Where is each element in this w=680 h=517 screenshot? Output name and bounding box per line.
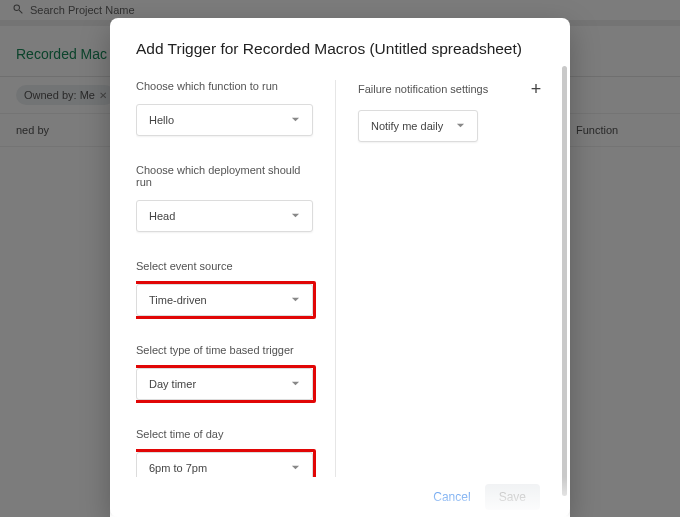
failure-value: Notify me daily: [371, 120, 443, 132]
trigger-type-value: Day timer: [149, 378, 196, 390]
deployment-label: Choose which deployment should run: [136, 164, 313, 188]
function-select[interactable]: Hello: [136, 104, 313, 136]
time-of-day-value: 6pm to 7pm: [149, 462, 207, 474]
event-source-select[interactable]: Time-driven: [136, 284, 313, 316]
add-trigger-modal: Add Trigger for Recorded Macros (Untitle…: [110, 18, 570, 517]
deployment-group: Choose which deployment should run Head: [136, 164, 313, 232]
chevron-down-icon: [456, 120, 465, 132]
trigger-type-group: Select type of time based trigger Day ti…: [136, 344, 313, 400]
scrollbar[interactable]: [562, 66, 567, 496]
plus-icon[interactable]: +: [528, 80, 544, 98]
function-group: Choose which function to run Hello: [136, 80, 313, 136]
function-label: Choose which function to run: [136, 80, 313, 92]
event-source-group: Select event source Time-driven: [136, 260, 313, 316]
chevron-down-icon: [291, 462, 300, 474]
chevron-down-icon: [291, 114, 300, 126]
modal-left-column: Choose which function to run Hello Choos…: [136, 80, 336, 477]
deployment-select[interactable]: Head: [136, 200, 313, 232]
trigger-type-label: Select type of time based trigger: [136, 344, 313, 356]
time-of-day-group: Select time of day 6pm to 7pm (GMT+05:30…: [136, 428, 313, 477]
time-of-day-select[interactable]: 6pm to 7pm: [136, 452, 313, 477]
modal-overlay: Add Trigger for Recorded Macros (Untitle…: [0, 0, 680, 517]
function-value: Hello: [149, 114, 174, 126]
failure-label: Failure notification settings: [358, 83, 488, 95]
time-of-day-label: Select time of day: [136, 428, 313, 440]
deployment-value: Head: [149, 210, 175, 222]
event-source-value: Time-driven: [149, 294, 207, 306]
modal-title: Add Trigger for Recorded Macros (Untitle…: [136, 40, 544, 58]
chevron-down-icon: [291, 294, 300, 306]
failure-notification-select[interactable]: Notify me daily: [358, 110, 478, 142]
trigger-type-select[interactable]: Day timer: [136, 368, 313, 400]
chevron-down-icon: [291, 210, 300, 222]
chevron-down-icon: [291, 378, 300, 390]
event-source-label: Select event source: [136, 260, 313, 272]
fade-overlay: [110, 477, 570, 517]
modal-right-column: Failure notification settings + Notify m…: [336, 80, 544, 477]
